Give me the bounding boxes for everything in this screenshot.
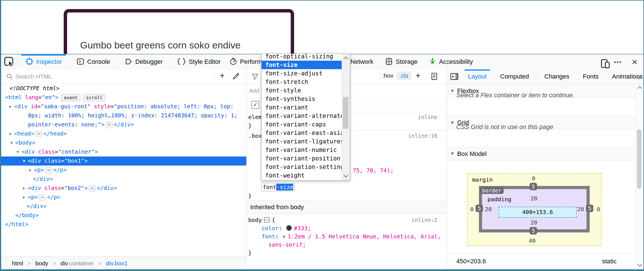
breadcrumb-item-div-box1[interactable]: div.box1 xyxy=(106,260,128,266)
inline-ellipsis-icon[interactable]: ⋯ xyxy=(45,167,52,173)
responsive-design-mode-button[interactable] xyxy=(600,57,611,67)
class-panel-toggle[interactable]: .cls xyxy=(397,71,411,80)
tab-debugger[interactable]: Debugger xyxy=(120,54,167,69)
eyedropper-icon[interactable] xyxy=(232,72,240,80)
autocomplete-item[interactable]: font-variant-numeric xyxy=(262,146,342,154)
markup-row[interactable]: <html lang="en">eventscroll xyxy=(1,93,246,102)
expand-arrow-icon[interactable]: ▶ xyxy=(8,129,13,138)
autocomplete-item[interactable]: font-weight xyxy=(262,171,342,180)
markup-row[interactable]: <!DOCTYPE html> xyxy=(1,84,246,93)
inline-ellipsis-icon[interactable]: ⋯ xyxy=(35,131,42,137)
markup-row[interactable]: ▼<div class="container"> xyxy=(1,147,246,156)
collapse-arrow-icon[interactable]: ▼ xyxy=(22,156,27,166)
expand-shorthand-icon[interactable] xyxy=(283,235,286,238)
autocomplete-item[interactable]: font-variant-east-asian xyxy=(262,129,342,137)
border-bottom-value[interactable]: 5 xyxy=(530,227,537,234)
sidebar-toggle-icon[interactable] xyxy=(450,73,459,81)
rule-selector[interactable]: body xyxy=(247,217,262,223)
markup-row[interactable]: ▼<body> xyxy=(1,138,246,147)
autocomplete-item[interactable]: font-variant-caps xyxy=(262,120,342,129)
meatball-menu-button[interactable]: ••• xyxy=(612,57,624,67)
margin-bottom-value[interactable]: 40 xyxy=(529,237,536,244)
declaration-color[interactable]: color: #333; xyxy=(247,224,462,232)
rule-source-link[interactable]: inline xyxy=(418,113,437,121)
tab-changes[interactable]: Changes xyxy=(541,69,573,84)
markup-row[interactable]: </body> xyxy=(1,211,246,220)
property-name-input[interactable]: font-size xyxy=(261,183,295,191)
tab-accessibility[interactable]: Accessibility xyxy=(425,54,477,69)
border-right-value[interactable]: 5 xyxy=(586,205,593,212)
padding-bottom-value[interactable]: 20 xyxy=(530,219,537,226)
rule-source-link[interactable]: inline:16 xyxy=(408,132,437,140)
padding-right-value[interactable]: 20 xyxy=(577,206,584,213)
breadcrumb-item-div[interactable]: div.container xyxy=(60,260,94,266)
tab-fonts[interactable]: Fonts xyxy=(579,69,602,84)
expand-arrow-icon[interactable]: ▶ xyxy=(22,184,27,193)
markup-row[interactable]: </html> xyxy=(1,220,246,229)
autocomplete-item[interactable]: font-style xyxy=(262,86,342,95)
autocomplete-item[interactable]: font-stretch xyxy=(262,78,342,86)
add-rule-button[interactable]: + xyxy=(416,71,421,81)
padding-left-value[interactable]: 20 xyxy=(485,206,492,213)
add-node-button[interactable]: + xyxy=(220,71,225,81)
scroll-down-icon[interactable] xyxy=(637,262,642,267)
panel-splitter-right[interactable] xyxy=(447,54,447,269)
markup-row[interactable]: ▶<div class="box2">⋯</div> xyxy=(1,184,246,193)
rule-source-link[interactable]: inline:2 xyxy=(411,216,437,224)
margin-left-value[interactable]: 0 xyxy=(470,206,474,213)
layout-scrollbar[interactable] xyxy=(636,84,643,269)
autocomplete-item[interactable]: font-optical-sizing xyxy=(262,54,342,61)
collapse-arrow-icon[interactable]: ▼ xyxy=(15,147,20,156)
boxmodel-content-box[interactable]: 400×153.6 xyxy=(498,207,577,218)
padding-top-value[interactable]: 20 xyxy=(530,195,537,202)
expand-arrow-icon[interactable]: ▶ xyxy=(8,102,13,111)
inline-ellipsis-icon[interactable]: ⋯ xyxy=(106,122,113,128)
markup-row[interactable]: 0px; width: 100%; height…100%; z-index: … xyxy=(1,111,246,120)
markup-row[interactable]: pointer-events: none;">⋯</div> xyxy=(1,120,246,129)
scroll-up-icon[interactable] xyxy=(344,57,348,62)
section-boxmodel-header[interactable]: Box Model xyxy=(447,147,643,160)
panel-splitter-left[interactable] xyxy=(246,54,247,269)
scroll-down-icon[interactable] xyxy=(344,173,348,178)
highlight-selector-icon[interactable] xyxy=(264,217,269,223)
collapse-arrow-icon[interactable]: ▼ xyxy=(9,138,14,147)
breadcrumb-item-body[interactable]: body xyxy=(35,260,48,266)
inline-ellipsis-icon[interactable]: ⋯ xyxy=(89,185,96,192)
markup-row[interactable]: </div> xyxy=(1,202,246,211)
autocomplete-item[interactable]: font-size-adjust xyxy=(262,69,342,78)
markup-row[interactable]: ▶<div id="saka-gui-root" style="position… xyxy=(1,102,246,111)
print-simulation-icon[interactable] xyxy=(431,73,438,81)
pick-element-button[interactable] xyxy=(3,56,15,67)
tab-layout[interactable]: Layout xyxy=(465,69,490,84)
border-left-value[interactable]: 5 xyxy=(476,205,483,212)
tab-storage[interactable]: Storage xyxy=(381,54,422,69)
tab-computed[interactable]: Computed xyxy=(497,69,532,84)
autocomplete-item[interactable]: font-variant-position xyxy=(262,154,342,163)
markup-row[interactable]: ▶<p>⋯</p> xyxy=(1,166,246,175)
autocomplete-item[interactable]: font-variation-settings xyxy=(262,163,342,171)
margin-top-value[interactable]: 0 xyxy=(532,175,535,182)
breadcrumb-item-html[interactable]: html xyxy=(12,260,23,266)
declaration-font[interactable]: font: 1.2em / 1.5 Helvetica Neue, Helvet… xyxy=(247,232,462,241)
autocomplete-scrollbar[interactable] xyxy=(342,54,350,180)
markup-row-selected[interactable]: ▼<div class="box1"> xyxy=(1,156,246,166)
autocomplete-item[interactable]: font-variant-alternates xyxy=(262,112,342,120)
markup-row[interactable]: ▶<head>⋯</head> xyxy=(1,129,246,138)
margin-right-value[interactable]: 0 xyxy=(597,206,600,213)
tab-console[interactable]: Console xyxy=(72,54,114,69)
search-html-input[interactable] xyxy=(15,72,174,81)
rule-body[interactable]: body{ inline:2 xyxy=(247,216,447,224)
scrollbar-thumb[interactable] xyxy=(343,97,348,129)
color-swatch[interactable] xyxy=(286,225,292,231)
inline-ellipsis-icon[interactable]: ⋯ xyxy=(39,194,46,201)
tab-style-editor[interactable]: Style Editor xyxy=(173,54,225,69)
event-badge[interactable]: scroll xyxy=(83,94,105,101)
autocomplete-item[interactable]: font-synthesis xyxy=(262,95,342,103)
scrollbar-thumb[interactable] xyxy=(637,129,641,189)
border-top-value[interactable]: 5 xyxy=(530,183,537,190)
expand-arrow-icon[interactable]: ▶ xyxy=(28,166,33,175)
tab-inspector[interactable]: Inspector xyxy=(21,54,66,69)
expand-arrow-icon[interactable]: ▶ xyxy=(22,193,27,202)
autocomplete-item-selected[interactable]: font-size xyxy=(262,61,342,69)
close-devtools-button[interactable]: ✕ xyxy=(629,57,640,67)
